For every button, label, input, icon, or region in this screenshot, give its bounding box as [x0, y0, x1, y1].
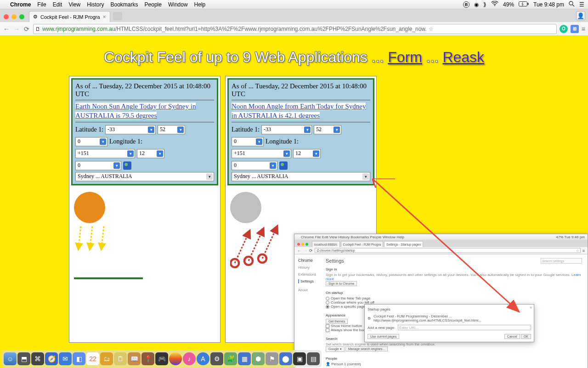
notifications-icon[interactable]: ☰ — [579, 1, 584, 8]
mail-icon[interactable]: ✉ — [59, 352, 72, 365]
itunes-icon[interactable]: ♪ — [183, 352, 196, 365]
dialog-cancel-button[interactable]: Cancel — [504, 334, 520, 339]
profile-button[interactable]: 👤 — [576, 11, 585, 20]
inset-address-bar[interactable]: 🗋 chrome://settings/startup☆ — [315, 248, 581, 253]
menu-history[interactable]: History — [87, 1, 104, 8]
extension-icon[interactable]: ⊞ — [571, 25, 579, 33]
longitude-second-select[interactable]: 0▾ — [75, 161, 121, 170]
latitude-minute-select[interactable]: 52▾ — [314, 125, 341, 134]
dock-app-icon[interactable]: ◧ — [73, 352, 85, 365]
window-minimize-button[interactable] — [11, 14, 17, 19]
notes-icon[interactable]: 🗒 — [114, 352, 127, 365]
bookmark-star-icon[interactable]: ☆ — [429, 26, 434, 32]
moon-angle-headline[interactable]: Noon Moon Angle from Earth Today for Syd… — [232, 103, 366, 119]
clock[interactable]: Tue 9:48 pm — [533, 1, 564, 8]
inset-sidebar-item[interactable]: About — [298, 288, 326, 292]
spotlight-icon[interactable] — [569, 1, 575, 8]
dock-app-icon[interactable]: ⬤ — [279, 352, 292, 365]
dock-app-icon[interactable]: ⌘ — [31, 352, 44, 365]
inset-menu-icon[interactable]: ≡ — [582, 248, 585, 253]
status-icon[interactable]: ◉ — [474, 1, 479, 8]
reask-link[interactable]: Reask — [442, 49, 484, 65]
place-select[interactable]: Sydney ... AUSTRALIA▾ — [232, 172, 370, 181]
menu-edit[interactable]: Edit — [53, 1, 62, 8]
menu-people[interactable]: People — [145, 1, 162, 8]
appstore-icon[interactable]: A — [197, 352, 209, 365]
inset-reload-icon[interactable]: ⟳ — [309, 248, 313, 253]
sun-angle-headline[interactable]: Earth Noon Sun Angle Today for Sydney in… — [75, 103, 196, 119]
menu-bookmarks[interactable]: Bookmarks — [111, 1, 138, 8]
latitude-second-select[interactable]: 0▾ — [75, 137, 107, 146]
inset-back-icon[interactable]: ← — [297, 248, 301, 253]
dock-app-icon[interactable]: 🧩 — [224, 352, 237, 365]
dock-app-icon[interactable]: ⚙ — [210, 352, 223, 365]
site-info-icon[interactable]: 🗋 — [35, 26, 40, 32]
status-icon[interactable]: ⟫ — [483, 1, 486, 8]
dock-app-icon[interactable]: 🎮 — [155, 352, 168, 365]
use-current-pages-button[interactable]: Use current pages — [368, 334, 399, 339]
inset-tab[interactable]: Cockpit Feel - RJM Progra — [341, 241, 383, 247]
dock-app-icon[interactable]: ▣ — [293, 352, 306, 365]
dock-app-icon[interactable]: 📍 — [141, 352, 154, 365]
inset-sidebar-item[interactable]: History — [298, 265, 326, 270]
dock-app-icon[interactable]: ⬢ — [252, 352, 265, 365]
chrome-icon[interactable] — [169, 352, 182, 365]
form-link[interactable]: Form — [388, 49, 422, 65]
dialog-close-icon[interactable]: × — [530, 305, 532, 310]
inset-tab-active[interactable]: Settings - Startup pages — [384, 241, 423, 247]
new-tab-button[interactable] — [113, 12, 122, 20]
address-bar[interactable]: 🗋 www.rjmprogramming.com.au/HTMLCSS/cock… — [33, 24, 557, 34]
longitude-degree-select[interactable]: +151▾ — [232, 149, 291, 158]
dialog-add-label: Add a new page: — [368, 326, 395, 330]
dialog-ok-button[interactable]: OK — [521, 334, 531, 339]
calendar-icon[interactable]: 22 — [86, 352, 99, 365]
longitude-degree-select[interactable]: +151▾ — [75, 149, 135, 158]
latitude-degree-select[interactable]: -33▾ — [261, 125, 312, 134]
dock-app-icon[interactable]: ⚑ — [266, 352, 278, 365]
safari-icon[interactable]: 🧭 — [45, 352, 58, 365]
longitude-minute-select[interactable]: 12▾ — [293, 149, 321, 158]
inset-search-input[interactable]: Search settings — [541, 258, 582, 264]
place-select[interactable]: Sydney ... AUSTRALIA▾ — [75, 172, 214, 181]
tab-close-icon[interactable]: × — [103, 14, 106, 20]
inset-sidebar-item-active[interactable]: Settings — [298, 279, 326, 283]
extension-icon[interactable]: O — [560, 25, 568, 33]
latitude-second-select[interactable]: 0▾ — [232, 137, 264, 146]
back-button[interactable]: ← — [3, 25, 10, 33]
globe-icon[interactable] — [123, 161, 131, 170]
inset-forward-icon[interactable]: → — [303, 248, 307, 253]
wifi-icon[interactable] — [491, 1, 498, 8]
svg-line-11 — [262, 229, 276, 259]
dialog-url-input[interactable]: Enter URL... — [398, 325, 531, 330]
forward-button[interactable]: → — [13, 25, 20, 33]
dock-app-icon[interactable]: ▤ — [307, 352, 320, 365]
window-zoom-button[interactable] — [19, 14, 24, 19]
dialog-page-entry[interactable]: ⚙Cockpit Feel - RJM Programming - Decemb… — [368, 314, 531, 322]
status-icon[interactable]: B — [463, 1, 469, 8]
dock-app-icon[interactable]: ⬒ — [17, 352, 30, 365]
chrome-menu-icon[interactable]: ≡ — [582, 25, 585, 33]
app-menu[interactable]: Chrome — [10, 1, 31, 8]
inset-tab[interactable]: localhost:8888/c — [312, 241, 340, 247]
menu-file[interactable]: File — [37, 1, 46, 8]
menu-help[interactable]: Help — [194, 1, 206, 8]
dock-app-icon[interactable]: ▦ — [238, 352, 251, 365]
inset-startup-option[interactable]: Open the New Tab page — [326, 296, 584, 300]
globe-icon[interactable] — [279, 161, 288, 170]
finder-icon[interactable]: ☺ — [4, 352, 17, 365]
inset-sidebar-item[interactable]: Extensions — [298, 272, 326, 276]
menu-window[interactable]: Window — [168, 1, 188, 8]
dock-app-icon[interactable]: 🗂 — [100, 352, 113, 365]
inset-signin-button[interactable]: Sign in to Chrome — [326, 281, 357, 286]
longitude-minute-select[interactable]: 12▾ — [137, 149, 164, 158]
dock-app-icon[interactable]: 📖 — [128, 352, 141, 365]
latitude-degree-select[interactable]: -33▾ — [105, 125, 156, 134]
inset-themes-button[interactable]: Get themes — [326, 319, 348, 324]
longitude-second-select[interactable]: 0▾ — [232, 161, 277, 170]
latitude-minute-select[interactable]: 52▾ — [158, 125, 185, 134]
window-close-button[interactable] — [4, 14, 9, 19]
menu-view[interactable]: View — [68, 1, 80, 8]
reload-button[interactable]: ⟳ — [23, 25, 30, 33]
battery-icon[interactable] — [519, 1, 529, 8]
browser-tab[interactable]: ⚙ Cockpit Feel - RJM Progra × — [29, 11, 110, 22]
